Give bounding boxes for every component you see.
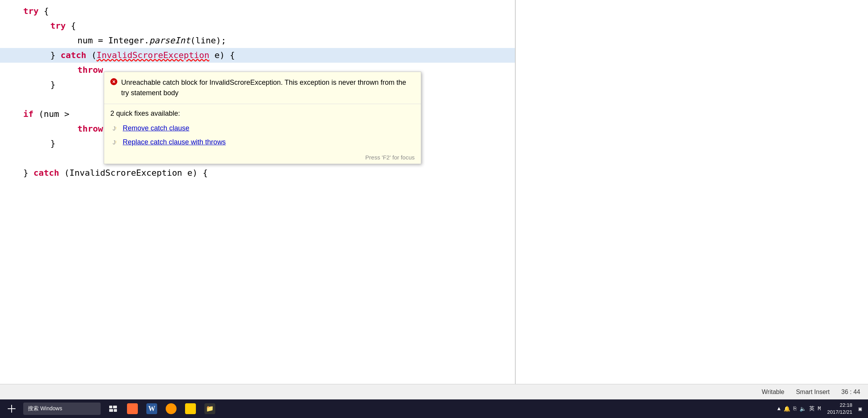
error-icon — [110, 78, 117, 85]
tray-icon-volume: 🔈 — [799, 406, 806, 412]
code-line-3: num = Integer.parseInt(line); — [0, 33, 515, 48]
fix-item-2[interactable]: J! Replace catch clause with throws — [110, 136, 415, 148]
editor-right — [516, 0, 868, 396]
start-button[interactable] — [0, 399, 23, 418]
status-bar: Writable Smart Insert 36 : 44 — [0, 384, 868, 399]
code-line-1: try { — [0, 4, 515, 19]
quick-fix-popup: Unreachable catch block for InvalidScror… — [104, 72, 421, 164]
tray-language: 英 — [809, 405, 815, 412]
fix-icon-2: J! — [110, 138, 119, 146]
svg-rect-3 — [114, 409, 117, 412]
taskbar-clock[interactable]: 22:18 2017/12/21 — [827, 402, 852, 416]
fixes-title: 2 quick fixes available: — [110, 110, 415, 118]
app-icon-2[interactable]: W — [143, 400, 160, 417]
tooltip-error-text: Unreachable catch block for InvalidScror… — [121, 77, 415, 98]
code-container: try { try { num = Integer.parseInt(line)… — [0, 0, 515, 396]
fix-icon-1: J! — [110, 124, 119, 132]
taskbar-search[interactable]: 搜索 Windows — [23, 403, 101, 415]
fix-link-2[interactable]: Replace catch clause with throws — [123, 138, 226, 146]
app-icon-5[interactable]: 📁 — [201, 400, 218, 417]
svg-rect-0 — [109, 406, 112, 408]
code-line-13 — [0, 180, 515, 195]
status-writable: Writable — [762, 389, 784, 396]
svg-rect-1 — [113, 406, 117, 408]
app-icon-3[interactable] — [163, 400, 180, 417]
taskbar-search-text: 搜索 Windows — [28, 405, 62, 412]
fix-item-1[interactable]: J! Remove catch clause — [110, 122, 415, 134]
fix-link-1[interactable]: Remove catch clause — [123, 124, 189, 132]
code-line-4: } catch (InvalidScroreException e) { — [0, 48, 515, 63]
tooltip-error-section: Unreachable catch block for InvalidScror… — [104, 72, 421, 104]
tray-icon-network: ⎘ — [793, 406, 796, 412]
keyword-try-2: try — [50, 19, 66, 33]
tray-icon-m: M — [818, 406, 821, 412]
windows-icon — [8, 405, 15, 413]
keyword-try-1: try — [23, 4, 39, 19]
notification-center-icon[interactable]: ▣ — [859, 406, 862, 412]
taskbar: 搜索 Windows W 📁 — [0, 399, 868, 418]
status-position: 36 : 44 — [841, 389, 860, 396]
app-icon-1[interactable] — [124, 400, 141, 417]
app-icon-4[interactable] — [182, 400, 199, 417]
task-view-icon[interactable] — [105, 400, 122, 417]
taskbar-right: ▲ 🔔 ⎘ 🔈 英 M 22:18 2017/12/21 ▣ — [777, 402, 868, 416]
code-line-2: try { — [0, 19, 515, 33]
system-tray: ▲ 🔔 ⎘ 🔈 英 M — [777, 405, 821, 412]
tooltip-fixes-section: 2 quick fixes available: J! Remove catch… — [104, 104, 421, 152]
tray-icon-notification: 🔔 — [784, 406, 790, 412]
code-line-12: } catch (InvalidScroreException e) { — [0, 166, 515, 180]
status-insert-mode: Smart Insert — [796, 389, 830, 396]
tooltip-footer: Press 'F2' for focus — [104, 152, 421, 164]
tray-icon-1: ▲ — [777, 406, 781, 412]
taskbar-app-icons: W 📁 — [105, 400, 218, 417]
svg-rect-2 — [109, 409, 113, 412]
editor-left: try { try { num = Integer.parseInt(line)… — [0, 0, 515, 396]
